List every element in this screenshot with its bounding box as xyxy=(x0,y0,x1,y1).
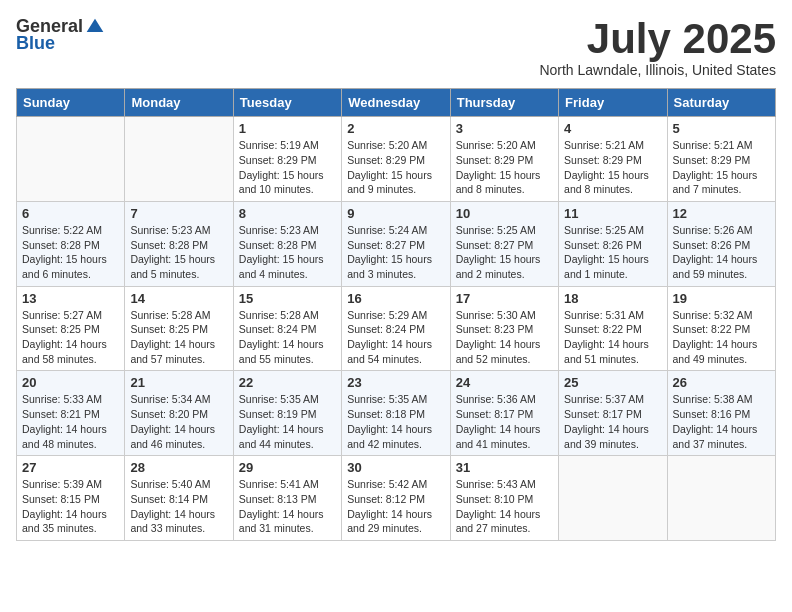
calendar-day-cell: 3Sunrise: 5:20 AM Sunset: 8:29 PM Daylig… xyxy=(450,117,558,202)
calendar-week-row: 20Sunrise: 5:33 AM Sunset: 8:21 PM Dayli… xyxy=(17,371,776,456)
day-info: Sunrise: 5:42 AM Sunset: 8:12 PM Dayligh… xyxy=(347,477,444,536)
day-number: 15 xyxy=(239,291,336,306)
day-number: 19 xyxy=(673,291,770,306)
day-info: Sunrise: 5:35 AM Sunset: 8:19 PM Dayligh… xyxy=(239,392,336,451)
day-info: Sunrise: 5:28 AM Sunset: 8:25 PM Dayligh… xyxy=(130,308,227,367)
day-info: Sunrise: 5:35 AM Sunset: 8:18 PM Dayligh… xyxy=(347,392,444,451)
calendar-day-cell: 11Sunrise: 5:25 AM Sunset: 8:26 PM Dayli… xyxy=(559,201,667,286)
day-number: 17 xyxy=(456,291,553,306)
day-number: 5 xyxy=(673,121,770,136)
calendar-day-cell: 18Sunrise: 5:31 AM Sunset: 8:22 PM Dayli… xyxy=(559,286,667,371)
day-number: 25 xyxy=(564,375,661,390)
weekday-header: Friday xyxy=(559,89,667,117)
weekday-header: Saturday xyxy=(667,89,775,117)
day-number: 13 xyxy=(22,291,119,306)
day-info: Sunrise: 5:25 AM Sunset: 8:27 PM Dayligh… xyxy=(456,223,553,282)
day-number: 28 xyxy=(130,460,227,475)
calendar-day-cell: 1Sunrise: 5:19 AM Sunset: 8:29 PM Daylig… xyxy=(233,117,341,202)
logo-blue: Blue xyxy=(16,33,55,54)
day-info: Sunrise: 5:28 AM Sunset: 8:24 PM Dayligh… xyxy=(239,308,336,367)
day-number: 6 xyxy=(22,206,119,221)
calendar-day-cell xyxy=(17,117,125,202)
day-info: Sunrise: 5:26 AM Sunset: 8:26 PM Dayligh… xyxy=(673,223,770,282)
calendar-day-cell xyxy=(667,456,775,541)
location: North Lawndale, Illinois, United States xyxy=(539,62,776,78)
calendar-day-cell: 13Sunrise: 5:27 AM Sunset: 8:25 PM Dayli… xyxy=(17,286,125,371)
calendar-day-cell: 28Sunrise: 5:40 AM Sunset: 8:14 PM Dayli… xyxy=(125,456,233,541)
day-info: Sunrise: 5:40 AM Sunset: 8:14 PM Dayligh… xyxy=(130,477,227,536)
calendar-day-cell: 30Sunrise: 5:42 AM Sunset: 8:12 PM Dayli… xyxy=(342,456,450,541)
day-info: Sunrise: 5:37 AM Sunset: 8:17 PM Dayligh… xyxy=(564,392,661,451)
day-number: 22 xyxy=(239,375,336,390)
calendar-day-cell: 10Sunrise: 5:25 AM Sunset: 8:27 PM Dayli… xyxy=(450,201,558,286)
day-info: Sunrise: 5:38 AM Sunset: 8:16 PM Dayligh… xyxy=(673,392,770,451)
day-number: 24 xyxy=(456,375,553,390)
day-number: 1 xyxy=(239,121,336,136)
logo: General Blue xyxy=(16,16,105,54)
logo-icon xyxy=(85,17,105,37)
day-number: 23 xyxy=(347,375,444,390)
weekday-header: Thursday xyxy=(450,89,558,117)
day-info: Sunrise: 5:31 AM Sunset: 8:22 PM Dayligh… xyxy=(564,308,661,367)
calendar-day-cell: 17Sunrise: 5:30 AM Sunset: 8:23 PM Dayli… xyxy=(450,286,558,371)
day-number: 9 xyxy=(347,206,444,221)
day-number: 29 xyxy=(239,460,336,475)
day-info: Sunrise: 5:36 AM Sunset: 8:17 PM Dayligh… xyxy=(456,392,553,451)
day-info: Sunrise: 5:29 AM Sunset: 8:24 PM Dayligh… xyxy=(347,308,444,367)
calendar-week-row: 1Sunrise: 5:19 AM Sunset: 8:29 PM Daylig… xyxy=(17,117,776,202)
day-number: 31 xyxy=(456,460,553,475)
day-number: 18 xyxy=(564,291,661,306)
day-info: Sunrise: 5:20 AM Sunset: 8:29 PM Dayligh… xyxy=(347,138,444,197)
calendar-day-cell: 9Sunrise: 5:24 AM Sunset: 8:27 PM Daylig… xyxy=(342,201,450,286)
calendar-day-cell: 14Sunrise: 5:28 AM Sunset: 8:25 PM Dayli… xyxy=(125,286,233,371)
weekday-header: Wednesday xyxy=(342,89,450,117)
day-number: 4 xyxy=(564,121,661,136)
day-info: Sunrise: 5:32 AM Sunset: 8:22 PM Dayligh… xyxy=(673,308,770,367)
day-number: 2 xyxy=(347,121,444,136)
calendar-day-cell: 4Sunrise: 5:21 AM Sunset: 8:29 PM Daylig… xyxy=(559,117,667,202)
weekday-header: Monday xyxy=(125,89,233,117)
day-number: 14 xyxy=(130,291,227,306)
svg-marker-0 xyxy=(87,18,104,31)
day-number: 8 xyxy=(239,206,336,221)
calendar-day-cell: 20Sunrise: 5:33 AM Sunset: 8:21 PM Dayli… xyxy=(17,371,125,456)
calendar-week-row: 6Sunrise: 5:22 AM Sunset: 8:28 PM Daylig… xyxy=(17,201,776,286)
calendar-day-cell: 21Sunrise: 5:34 AM Sunset: 8:20 PM Dayli… xyxy=(125,371,233,456)
day-info: Sunrise: 5:20 AM Sunset: 8:29 PM Dayligh… xyxy=(456,138,553,197)
day-info: Sunrise: 5:19 AM Sunset: 8:29 PM Dayligh… xyxy=(239,138,336,197)
day-info: Sunrise: 5:27 AM Sunset: 8:25 PM Dayligh… xyxy=(22,308,119,367)
day-number: 21 xyxy=(130,375,227,390)
calendar-day-cell: 7Sunrise: 5:23 AM Sunset: 8:28 PM Daylig… xyxy=(125,201,233,286)
day-info: Sunrise: 5:23 AM Sunset: 8:28 PM Dayligh… xyxy=(130,223,227,282)
calendar-day-cell: 12Sunrise: 5:26 AM Sunset: 8:26 PM Dayli… xyxy=(667,201,775,286)
calendar-day-cell xyxy=(559,456,667,541)
calendar-day-cell: 6Sunrise: 5:22 AM Sunset: 8:28 PM Daylig… xyxy=(17,201,125,286)
day-info: Sunrise: 5:43 AM Sunset: 8:10 PM Dayligh… xyxy=(456,477,553,536)
calendar-day-cell: 23Sunrise: 5:35 AM Sunset: 8:18 PM Dayli… xyxy=(342,371,450,456)
day-info: Sunrise: 5:33 AM Sunset: 8:21 PM Dayligh… xyxy=(22,392,119,451)
day-number: 12 xyxy=(673,206,770,221)
day-info: Sunrise: 5:34 AM Sunset: 8:20 PM Dayligh… xyxy=(130,392,227,451)
day-info: Sunrise: 5:39 AM Sunset: 8:15 PM Dayligh… xyxy=(22,477,119,536)
day-number: 27 xyxy=(22,460,119,475)
day-number: 16 xyxy=(347,291,444,306)
calendar: SundayMondayTuesdayWednesdayThursdayFrid… xyxy=(16,88,776,541)
day-number: 26 xyxy=(673,375,770,390)
day-number: 11 xyxy=(564,206,661,221)
calendar-day-cell: 8Sunrise: 5:23 AM Sunset: 8:28 PM Daylig… xyxy=(233,201,341,286)
day-number: 7 xyxy=(130,206,227,221)
day-info: Sunrise: 5:30 AM Sunset: 8:23 PM Dayligh… xyxy=(456,308,553,367)
day-info: Sunrise: 5:23 AM Sunset: 8:28 PM Dayligh… xyxy=(239,223,336,282)
day-number: 30 xyxy=(347,460,444,475)
weekday-header: Tuesday xyxy=(233,89,341,117)
calendar-day-cell: 22Sunrise: 5:35 AM Sunset: 8:19 PM Dayli… xyxy=(233,371,341,456)
calendar-day-cell: 19Sunrise: 5:32 AM Sunset: 8:22 PM Dayli… xyxy=(667,286,775,371)
calendar-day-cell: 2Sunrise: 5:20 AM Sunset: 8:29 PM Daylig… xyxy=(342,117,450,202)
page-header: General Blue July 2025 North Lawndale, I… xyxy=(16,16,776,78)
calendar-day-cell: 27Sunrise: 5:39 AM Sunset: 8:15 PM Dayli… xyxy=(17,456,125,541)
calendar-day-cell: 31Sunrise: 5:43 AM Sunset: 8:10 PM Dayli… xyxy=(450,456,558,541)
calendar-header-row: SundayMondayTuesdayWednesdayThursdayFrid… xyxy=(17,89,776,117)
day-info: Sunrise: 5:24 AM Sunset: 8:27 PM Dayligh… xyxy=(347,223,444,282)
day-info: Sunrise: 5:22 AM Sunset: 8:28 PM Dayligh… xyxy=(22,223,119,282)
calendar-day-cell: 26Sunrise: 5:38 AM Sunset: 8:16 PM Dayli… xyxy=(667,371,775,456)
